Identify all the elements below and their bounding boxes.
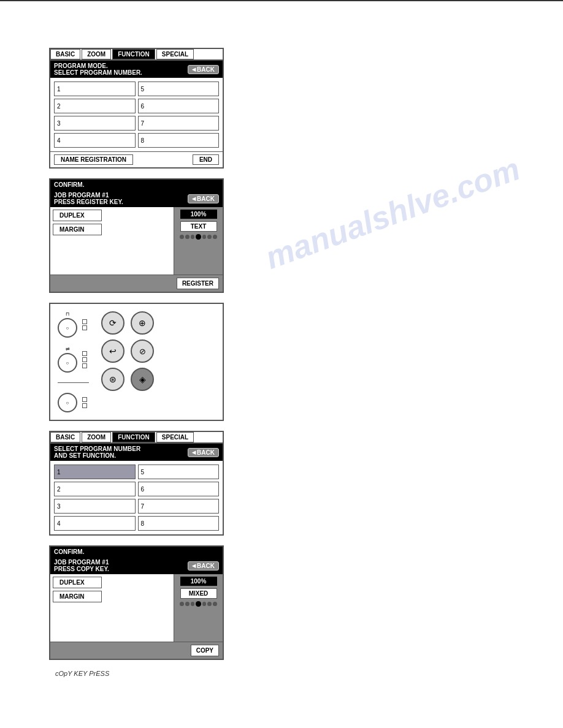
duplex-button-5[interactable]: DUPLEX xyxy=(53,577,102,588)
confirm-footer-5: COPY xyxy=(50,642,223,659)
tab-basic-1[interactable]: BASIC xyxy=(50,49,80,59)
prog-btn-4-4[interactable]: 4 xyxy=(54,516,136,531)
back-button-4[interactable]: BACK xyxy=(188,448,219,457)
ind-row-4 xyxy=(82,357,87,362)
confirm-copy-title: JOB PROGRAM #1 PRESS COPY KEY. xyxy=(54,559,109,572)
prog-btn-7[interactable]: 7 xyxy=(138,116,220,131)
tab-zoom-1[interactable]: ZOOM xyxy=(82,49,111,59)
circle-button-3[interactable]: ○ xyxy=(58,393,77,412)
panel-program-mode: BASIC ZOOM FUNCTION SPECIAL PROGRAM MODE… xyxy=(49,48,224,169)
back-button-5[interactable]: BACK xyxy=(188,561,219,571)
confirm-body-5: DUPLEX MARGIN 100% MIXED xyxy=(50,574,223,642)
indicators-3 xyxy=(82,397,87,408)
name-registration-button[interactable]: NAME REGISTRATION xyxy=(54,154,133,165)
register-button[interactable]: REGISTER xyxy=(177,278,219,289)
tab-zoom-4[interactable]: ZOOM xyxy=(82,432,111,442)
icon-pair-1: ⟳ ⊕ xyxy=(101,311,154,335)
ind-box-1 xyxy=(82,319,87,324)
prog-btn-4-1[interactable]: 1 xyxy=(54,464,136,479)
tab-function-1[interactable]: FUNCTION xyxy=(112,49,155,59)
copy-icon-btn[interactable]: ⊕ xyxy=(131,311,154,335)
back-button-2[interactable]: BACK xyxy=(188,194,219,203)
confirm-left-5: DUPLEX MARGIN xyxy=(50,574,174,642)
dot-5-5 xyxy=(202,602,207,606)
watermark: manualshlve.com xyxy=(261,150,525,276)
dot-5 xyxy=(202,235,207,239)
duplex-button-1[interactable]: DUPLEX xyxy=(53,210,102,221)
prog-btn-4-3[interactable]: 3 xyxy=(54,499,136,514)
circle-button-1[interactable]: ○ xyxy=(58,318,77,338)
confirm-label-5: CONFIRM. xyxy=(50,547,223,557)
confirm-right-1: 100% TEXT xyxy=(174,207,223,275)
prog-btn-4-2[interactable]: 2 xyxy=(54,482,136,496)
dots-indicator-5 xyxy=(180,601,217,607)
dot-5-6 xyxy=(207,602,212,606)
panel-confirm-register: CONFIRM. JOB PROGRAM #1 PRESS REGISTER K… xyxy=(49,178,224,293)
back-button-1[interactable]: BACK xyxy=(188,65,219,74)
zoom-label-5: 100% xyxy=(180,577,217,586)
ind-row-5 xyxy=(82,363,87,368)
interrupt-icon-btn[interactable]: ↩ xyxy=(101,339,124,363)
prog-btn-2[interactable]: 2 xyxy=(54,99,136,113)
prog-btn-4-5[interactable]: 5 xyxy=(138,464,220,479)
program-grid-1: 1 5 2 6 3 7 4 8 xyxy=(50,78,223,151)
prog-btn-6[interactable]: 6 xyxy=(138,99,220,113)
tab-special-1[interactable]: SPECIAL xyxy=(156,49,194,59)
program-grid-4: 1 5 2 6 3 7 4 8 xyxy=(50,461,223,534)
tab-basic-4[interactable]: BASIC xyxy=(50,432,80,442)
panel1-footer: NAME REGISTRATION END xyxy=(50,151,223,167)
dot-5-1 xyxy=(180,602,184,606)
ind-row-1 xyxy=(82,319,89,324)
dot-5-4 xyxy=(196,601,201,607)
image-mode-label-1: TEXT xyxy=(180,221,217,232)
prog-btn-4[interactable]: 4 xyxy=(54,133,136,148)
margin-button-5[interactable]: MARGIN xyxy=(53,591,102,602)
prog-btn-3[interactable]: 3 xyxy=(54,116,136,131)
print-icon-btn[interactable]: ⊛ xyxy=(101,368,124,391)
tab-function-4[interactable]: FUNCTION xyxy=(112,432,155,442)
rotate-icon-btn[interactable]: ⟳ xyxy=(101,311,124,335)
circle-button-2[interactable]: ○ xyxy=(58,353,77,373)
tab-bar-4: BASIC ZOOM FUNCTION SPECIAL xyxy=(50,432,223,444)
copy-button[interactable]: COPY xyxy=(191,645,219,656)
top-divider xyxy=(0,0,563,1)
prog-btn-4-6[interactable]: 6 xyxy=(138,482,220,496)
prog-btn-5[interactable]: 5 xyxy=(138,82,220,96)
ind-box-4 xyxy=(82,357,87,362)
prog-btn-4-8[interactable]: 8 xyxy=(138,516,220,531)
image-mode-label-5: MIXED xyxy=(180,588,217,599)
icon-pair-2: ↩ ⊘ xyxy=(101,339,154,363)
panel-machine-diagram: ⊓ ○ xyxy=(49,303,224,421)
machine-layout: ⊓ ○ xyxy=(55,309,190,415)
margin-button-1[interactable]: MARGIN xyxy=(53,224,102,235)
ind-box-5 xyxy=(82,363,87,368)
panel-select-program: BASIC ZOOM FUNCTION SPECIAL SELECT PROGR… xyxy=(49,431,224,536)
dot-6 xyxy=(207,235,212,239)
end-button-1[interactable]: END xyxy=(193,154,219,165)
confirm-left-1: DUPLEX MARGIN xyxy=(50,207,174,275)
confirm-body-1: DUPLEX MARGIN 100% TEXT xyxy=(50,207,223,275)
prog-btn-4-7[interactable]: 7 xyxy=(138,499,220,514)
circle-container-1: ⊓ ○ xyxy=(58,311,77,338)
prog-btn-1[interactable]: 1 xyxy=(54,82,136,96)
tab-special-4[interactable]: SPECIAL xyxy=(156,432,194,442)
ind-box-6 xyxy=(82,397,87,402)
circle-container-2: ⇌ ○ xyxy=(58,346,77,373)
panel-confirm-copy: CONFIRM. JOB PROGRAM #1 PRESS COPY KEY. … xyxy=(49,545,224,660)
dot-1 xyxy=(180,235,184,239)
machine-icon-buttons: ⟳ ⊕ ↩ ⊘ ⊛ ◈ xyxy=(95,311,154,391)
circle-group-2: ⇌ ○ xyxy=(58,346,89,373)
start-icon-btn[interactable]: ◈ xyxy=(131,368,154,391)
dot-5-3 xyxy=(191,602,195,606)
energy-icon-btn[interactable]: ⊘ xyxy=(131,339,154,363)
program-mode-header: PROGRAM MODE. SELECT PROGRAM NUMBER. BAC… xyxy=(50,61,223,78)
confirm-right-5: 100% MIXED xyxy=(174,574,223,642)
copy-key-press-label: cOpY KEY PrESS xyxy=(49,670,514,677)
ind-row-7 xyxy=(82,403,87,408)
dot-4 xyxy=(196,234,201,240)
zoom-label-1: 100% xyxy=(180,210,217,219)
ind-box-3 xyxy=(82,351,87,356)
dot-5-7 xyxy=(213,602,217,606)
circle-group-1: ⊓ ○ xyxy=(58,311,89,338)
prog-btn-8[interactable]: 8 xyxy=(138,133,220,148)
